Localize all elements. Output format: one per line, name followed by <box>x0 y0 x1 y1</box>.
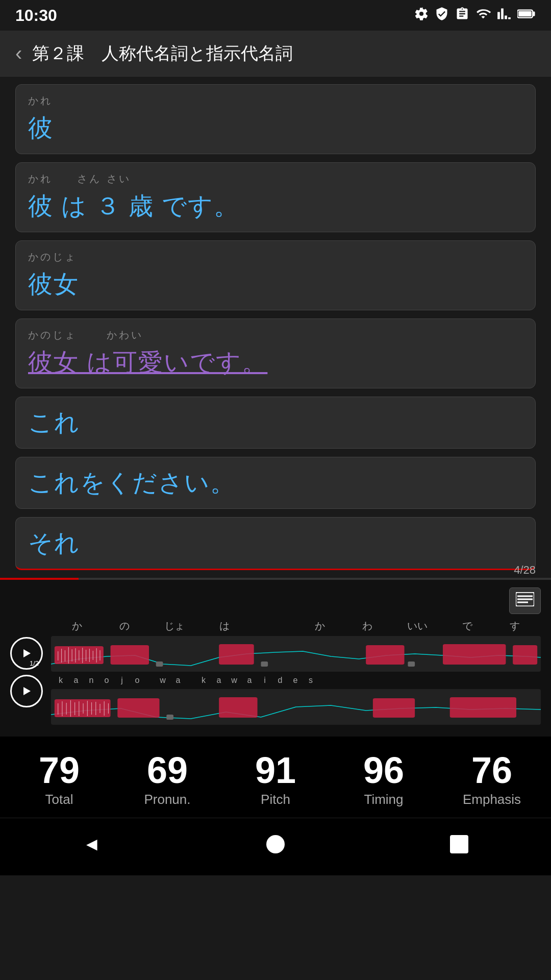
svg-rect-14 <box>366 645 404 665</box>
label-jo: じょ <box>164 619 185 633</box>
blabel-i: i <box>257 676 272 685</box>
progress-bar-fill <box>0 578 79 580</box>
vocab-card-kare-sansai[interactable]: かれさん さい 彼 は ３ 歳 です。 <box>15 162 536 232</box>
vocab-list: かれ 彼 かれさん さい 彼 は ３ 歳 です。 かのじょ 彼女 かのじょかわい… <box>0 77 551 578</box>
score-pronun-label: Pronun. <box>113 792 221 807</box>
blabel-a: a <box>68 676 84 685</box>
svg-rect-36 <box>450 697 516 718</box>
score-total-label: Total <box>5 792 113 807</box>
svg-rect-35 <box>373 698 415 718</box>
svg-rect-6 <box>517 602 528 603</box>
subtitle-button[interactable] <box>509 587 541 614</box>
signal-icon <box>497 7 511 24</box>
settings-icon <box>414 7 429 24</box>
blabel-j: j <box>114 676 130 685</box>
score-pitch-label: Pitch <box>221 792 330 807</box>
clipboard-icon <box>455 7 469 24</box>
vocab-text-kare: 彼 <box>28 112 523 144</box>
label-ka1: か <box>69 619 85 633</box>
back-button[interactable]: ‹ <box>15 42 22 65</box>
wifi-icon <box>475 7 491 24</box>
score-pronun-number: 69 <box>113 752 221 789</box>
score-total: 79 Total <box>5 752 113 807</box>
progress-bar-container: 4/28 <box>0 578 551 580</box>
vocab-text-kanojo: 彼女 <box>28 268 523 301</box>
vocab-card-sore[interactable]: それ <box>15 517 536 570</box>
vocab-card-kore-kudasai[interactable]: これをください。 <box>15 457 536 509</box>
vocab-card-kare[interactable]: かれ 彼 <box>15 84 536 154</box>
blabel-o: o <box>99 676 114 685</box>
blabel-o2: o <box>130 676 145 685</box>
waveform-container: か の じょ は か わ いい で す <box>51 619 541 725</box>
label-ii: いい <box>407 619 428 633</box>
blabel-w2: w <box>227 676 242 685</box>
svg-rect-13 <box>261 662 268 667</box>
score-timing-number: 96 <box>330 752 438 789</box>
audio-area: 1/2 か の じょ は か わ いい で す <box>0 580 551 737</box>
svg-rect-11 <box>156 662 163 667</box>
score-timing: 96 Timing <box>330 752 438 807</box>
waveform-row: 1/2 か の じょ は か わ いい で す <box>10 619 541 725</box>
waveform-track-1 <box>51 636 541 672</box>
blabel-a3: a <box>211 676 227 685</box>
play-btn-group: 1/2 <box>10 637 43 707</box>
score-pitch-number: 91 <box>221 752 330 789</box>
svg-rect-17 <box>513 645 537 665</box>
svg-rect-12 <box>219 644 254 665</box>
blabel-space <box>145 676 155 685</box>
waveform-track-2 <box>51 689 541 725</box>
nav-home-circle <box>266 835 285 853</box>
battery-icon <box>517 7 536 24</box>
svg-rect-33 <box>166 715 173 720</box>
blabel-e: e <box>288 676 303 685</box>
waveform-bottom-labels: k a n o j o w a k a w a i d e s <box>51 675 541 686</box>
blabel-d: d <box>272 676 288 685</box>
nav-home-button[interactable] <box>246 830 305 859</box>
subtitle-btn-row <box>10 587 541 614</box>
blabel-n: n <box>84 676 99 685</box>
page-title: 第２課 人称代名詞と指示代名詞 <box>32 42 293 65</box>
vocab-card-kore[interactable]: これ <box>15 397 536 449</box>
vocab-text-sore: それ <box>28 527 523 559</box>
score-emphasis: 76 Emphasis <box>438 752 546 807</box>
play-half-speed-button[interactable]: 1/2 <box>10 637 43 670</box>
svg-rect-34 <box>219 697 257 718</box>
nav-back-button[interactable]: ◄ <box>62 828 121 860</box>
blabel-s: s <box>303 676 318 685</box>
svg-rect-15 <box>408 662 415 667</box>
svg-rect-10 <box>111 645 149 665</box>
vocab-reading-kanojo-kawaii: かのじょかわい <box>28 328 523 342</box>
nav-recents-button[interactable] <box>430 830 489 859</box>
label-wa2: わ <box>360 619 375 633</box>
blabel-k2: k <box>196 676 211 685</box>
vocab-reading-kanojo: かのじょ <box>28 250 523 264</box>
vocab-text-kore-kudasai: これをください。 <box>28 467 523 499</box>
vocab-text-kare-sansai: 彼 は ３ 歳 です。 <box>28 190 523 223</box>
nav-recents-square <box>450 835 468 853</box>
vocab-card-kanojo-kawaii[interactable]: かのじょかわい 彼女 は可愛いです。 <box>15 318 536 388</box>
label-ka2: か <box>312 619 328 633</box>
label-su: す <box>507 619 522 633</box>
blabel-w: w <box>155 676 170 685</box>
blabel-k: k <box>53 676 68 685</box>
svg-rect-31 <box>55 699 111 717</box>
speed-label: 1/2 <box>30 659 39 667</box>
score-pitch: 91 Pitch <box>221 752 330 807</box>
status-bar: 10:30 <box>0 0 551 31</box>
svg-rect-5 <box>517 599 533 600</box>
score-panel: 79 Total 69 Pronun. 91 Pitch 96 Timing 7… <box>0 737 551 818</box>
score-total-number: 79 <box>5 752 113 789</box>
play-normal-speed-button[interactable] <box>10 675 43 707</box>
svg-marker-7 <box>23 649 31 657</box>
vocab-reading-kare-sansai: かれさん さい <box>28 172 523 186</box>
score-emphasis-number: 76 <box>438 752 546 789</box>
vocab-reading-kare: かれ <box>28 94 523 108</box>
score-emphasis-label: Emphasis <box>438 792 546 807</box>
label-space <box>264 619 280 633</box>
play-protect-icon <box>435 7 449 24</box>
status-icons <box>414 7 536 24</box>
vocab-card-kanojo[interactable]: かのじょ 彼女 <box>15 240 536 310</box>
status-time: 10:30 <box>15 6 57 25</box>
nav-bar: ◄ <box>0 818 551 875</box>
score-pronun: 69 Pronun. <box>113 752 221 807</box>
